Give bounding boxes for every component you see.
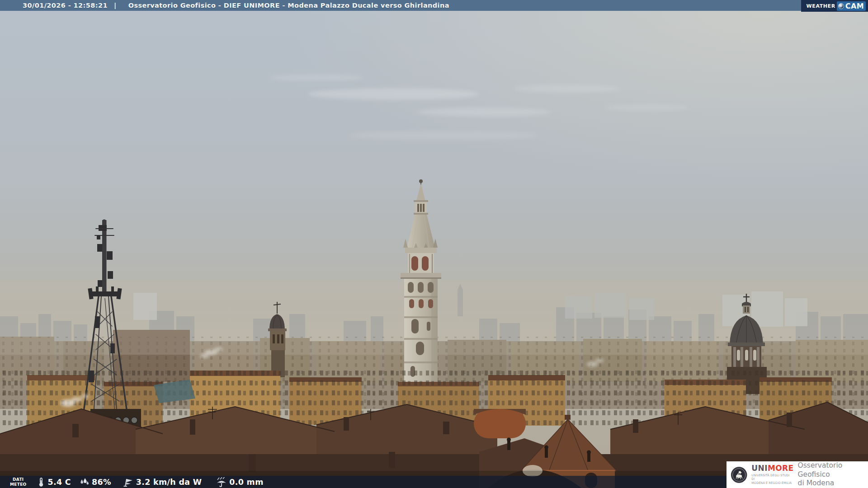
header-separator: | xyxy=(114,2,117,9)
thermometer-icon xyxy=(37,477,46,487)
camera-lens-icon xyxy=(838,3,844,9)
weathercam-cam-label: CAM xyxy=(845,2,864,10)
page-title: Osservatorio Geofisico - DIEF UNIMORE - … xyxy=(128,2,449,9)
weathercam-cam-box: CAM xyxy=(837,1,866,11)
webcam-photo-modena-skyline xyxy=(0,0,868,488)
droplets-icon xyxy=(79,478,90,487)
university-subtitle: UNIVERSITÀ DEGLI STUDI DI MODENA E REGGI… xyxy=(751,474,793,485)
unimore-wordmark: UNIMORE UNIVERSITÀ DEGLI STUDI DI MODENA… xyxy=(751,465,793,485)
humidity-reading: 86% xyxy=(79,478,111,487)
weathercam-weather-label: WEATHER xyxy=(807,3,835,9)
timestamp: 30/01/2026 - 12:58:21 xyxy=(23,2,108,9)
temperature-reading: 5.4 C xyxy=(37,477,71,487)
unimore-uni: UNI xyxy=(751,464,768,473)
unimore-more: MORE xyxy=(768,464,794,473)
weathercam-logo: WEATHER CAM xyxy=(801,0,868,12)
observatory-name: Osservatorio Geofisico di Modena xyxy=(798,461,868,488)
header-bar: 30/01/2026 - 12:58:21 | Osservatorio Geo… xyxy=(0,0,868,11)
weather-data-label: DATI METEO xyxy=(10,477,27,487)
university-seal-icon xyxy=(731,465,747,484)
precipitation-reading: 0.0 mm xyxy=(216,477,263,487)
unimore-brand-box: UNIMORE UNIVERSITÀ DEGLI STUDI DI MODENA… xyxy=(726,461,868,488)
webcam-frame: 30/01/2026 - 12:58:21 | Osservatorio Geo… xyxy=(0,0,868,488)
wind-reading: 3.2 km/h da W xyxy=(122,477,202,487)
wind-flag-icon xyxy=(122,477,134,487)
umbrella-rain-icon xyxy=(216,477,227,487)
